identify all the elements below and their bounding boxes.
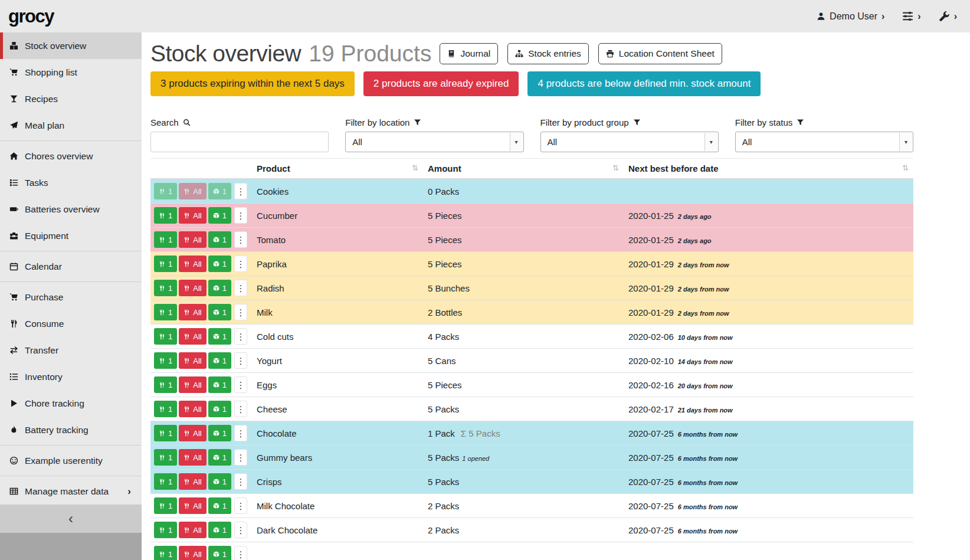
consume-one-button[interactable]: 1 — [154, 522, 177, 538]
row-menu-button[interactable]: ⋮ — [234, 280, 247, 296]
consume-one-button[interactable]: 1 — [154, 376, 177, 393]
consume-all-button[interactable]: All — [179, 473, 206, 490]
consume-all-button[interactable]: All — [179, 207, 206, 224]
row-menu-button[interactable]: ⋮ — [234, 231, 247, 248]
row-menu-button[interactable]: ⋮ — [234, 546, 247, 560]
location-content-sheet-button[interactable]: Location Content Sheet — [598, 43, 722, 64]
consume-all-button[interactable]: All — [179, 280, 206, 296]
status-select[interactable]: All ▾ — [735, 132, 913, 152]
stock-entries-button[interactable]: Stock entries — [507, 43, 589, 64]
row-menu-button[interactable]: ⋮ — [234, 401, 247, 417]
consume-all-button[interactable]: All — [179, 546, 206, 560]
open-one-button[interactable]: 1 — [208, 304, 231, 320]
row-menu-button[interactable]: ⋮ — [234, 425, 247, 441]
consume-all-button[interactable]: All — [179, 231, 206, 248]
consume-one-button[interactable]: 1 — [154, 256, 177, 272]
row-menu-button[interactable]: ⋮ — [234, 183, 247, 199]
sidebar-item-inventory[interactable]: Inventory — [0, 363, 142, 390]
consume-all-button[interactable]: All — [179, 183, 206, 199]
sidebar-item-stock-overview[interactable]: Stock overview — [0, 32, 142, 59]
sidebar-item-consume[interactable]: Consume — [0, 310, 142, 337]
consume-all-button[interactable]: All — [179, 352, 206, 369]
consume-all-button[interactable]: All — [179, 401, 206, 417]
row-menu-button[interactable]: ⋮ — [234, 207, 247, 224]
sort-icon[interactable]: ⇅ — [412, 163, 418, 172]
search-input[interactable] — [150, 132, 329, 152]
row-menu-button[interactable]: ⋮ — [234, 304, 247, 320]
open-one-button[interactable]: 1 — [208, 376, 231, 393]
consume-one-button[interactable]: 1 — [154, 546, 177, 560]
alert-below-min-stock[interactable]: 4 products are below defined min. stock … — [527, 71, 761, 96]
product-group-select[interactable]: All ▾ — [540, 132, 719, 152]
row-menu-button[interactable]: ⋮ — [234, 328, 247, 345]
sidebar-item-equipment[interactable]: Equipment — [0, 222, 142, 249]
consume-all-button[interactable]: All — [179, 449, 206, 466]
row-menu-button[interactable]: ⋮ — [234, 497, 247, 514]
sort-icon[interactable]: ⇅ — [612, 163, 619, 172]
open-one-button[interactable]: 1 — [208, 231, 231, 248]
consume-one-button[interactable]: 1 — [154, 449, 177, 466]
sidebar-item-purchase[interactable]: Purchase — [0, 284, 142, 310]
row-menu-button[interactable]: ⋮ — [234, 256, 247, 272]
consume-all-button[interactable]: All — [179, 328, 206, 345]
consume-one-button[interactable]: 1 — [154, 183, 177, 199]
row-menu-button[interactable]: ⋮ — [234, 473, 247, 490]
sidebar-item-transfer[interactable]: Transfer — [0, 337, 142, 363]
admin-menu[interactable]: › — [939, 11, 957, 22]
column-header-amount[interactable]: Amount⇅ — [423, 159, 624, 179]
column-header-product[interactable]: Product⇅ — [252, 159, 423, 179]
sidebar-item-tasks[interactable]: Tasks — [0, 169, 142, 196]
settings-menu[interactable]: › — [902, 11, 920, 22]
consume-one-button[interactable]: 1 — [154, 328, 177, 345]
sidebar-item-meal-plan[interactable]: Meal plan — [0, 112, 142, 139]
consume-one-button[interactable]: 1 — [154, 497, 177, 514]
alert-expiring-soon[interactable]: 3 products expiring within the next 5 da… — [150, 71, 355, 96]
consume-all-button[interactable]: All — [179, 497, 206, 514]
sidebar-item-chores-overview[interactable]: Chores overview — [0, 143, 142, 169]
consume-one-button[interactable]: 1 — [154, 425, 177, 441]
row-menu-button[interactable]: ⋮ — [234, 522, 247, 538]
open-one-button[interactable]: 1 — [208, 256, 231, 272]
alert-already-expired[interactable]: 2 products are already expired — [363, 71, 519, 96]
open-one-button[interactable]: 1 — [208, 280, 231, 296]
consume-one-button[interactable]: 1 — [154, 473, 177, 490]
sidebar-item-manage-master-data[interactable]: Manage master data› — [0, 478, 142, 505]
row-menu-button[interactable]: ⋮ — [234, 352, 247, 369]
open-one-button[interactable]: 1 — [208, 425, 231, 441]
consume-all-button[interactable]: All — [179, 425, 206, 441]
sidebar-item-chore-tracking[interactable]: Chore tracking — [0, 390, 142, 417]
sidebar-item-shopping-list[interactable]: Shopping list — [0, 59, 142, 86]
open-one-button[interactable]: 1 — [208, 207, 231, 224]
open-one-button[interactable]: 1 — [208, 546, 231, 560]
sidebar-item-battery-tracking[interactable]: Battery tracking — [0, 417, 142, 443]
open-one-button[interactable]: 1 — [208, 497, 231, 514]
location-select[interactable]: All ▾ — [345, 132, 523, 152]
sidebar-item-batteries-overview[interactable]: Batteries overview — [0, 196, 142, 222]
journal-button[interactable]: Journal — [440, 43, 498, 64]
sidebar-item-example-userentity[interactable]: Example userentity — [0, 447, 142, 474]
consume-all-button[interactable]: All — [179, 376, 206, 393]
sidebar-item-recipes[interactable]: Recipes — [0, 86, 142, 112]
user-menu[interactable]: Demo User › — [817, 11, 884, 22]
sidebar-collapse-button[interactable]: ‹ — [0, 505, 142, 533]
open-one-button[interactable]: 1 — [208, 352, 231, 369]
consume-one-button[interactable]: 1 — [154, 207, 177, 224]
consume-all-button[interactable]: All — [179, 304, 206, 320]
sidebar-item-calendar[interactable]: Calendar — [0, 253, 142, 280]
sort-icon[interactable]: ⇅ — [902, 163, 909, 172]
consume-one-button[interactable]: 1 — [154, 304, 177, 320]
consume-one-button[interactable]: 1 — [154, 352, 177, 369]
open-one-button[interactable]: 1 — [208, 473, 231, 490]
row-menu-button[interactable]: ⋮ — [234, 376, 247, 393]
row-menu-button[interactable]: ⋮ — [234, 449, 247, 466]
open-one-button[interactable]: 1 — [208, 522, 231, 538]
open-one-button[interactable]: 1 — [208, 401, 231, 417]
open-one-button[interactable]: 1 — [208, 449, 231, 466]
consume-one-button[interactable]: 1 — [154, 231, 177, 248]
app-logo[interactable]: grocy — [8, 6, 54, 27]
consume-all-button[interactable]: All — [179, 522, 206, 538]
consume-one-button[interactable]: 1 — [154, 401, 177, 417]
open-one-button[interactable]: 1 — [208, 328, 231, 345]
column-header-next-best-before-date[interactable]: Next best before date⇅ — [624, 159, 913, 179]
consume-all-button[interactable]: All — [179, 256, 206, 272]
